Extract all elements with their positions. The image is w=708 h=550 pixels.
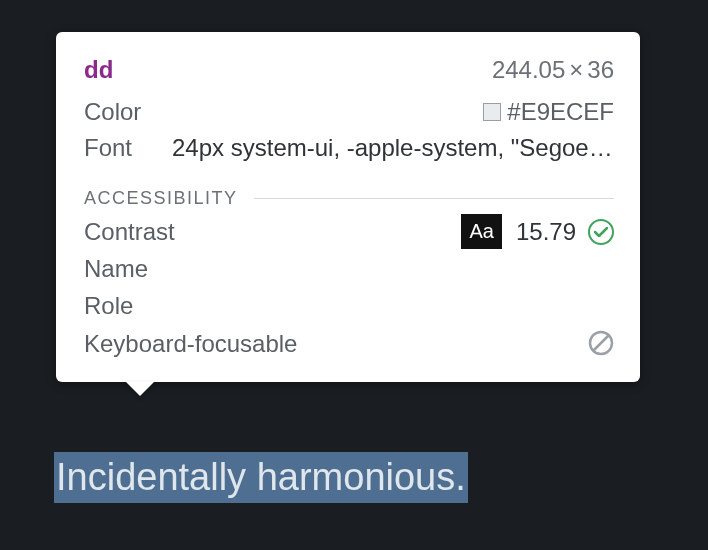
color-value: #E9ECEF <box>483 94 614 130</box>
contrast-label: Contrast <box>84 213 461 250</box>
a11y-name-label: Name <box>84 250 614 287</box>
color-swatch-icon <box>483 103 501 121</box>
element-inspector-tooltip: dd 244.05 × 36 Color #E9ECEF Font 24px s… <box>56 32 640 382</box>
color-hex-value: #E9ECEF <box>507 94 614 130</box>
contrast-sample-chip: Aa <box>461 214 501 249</box>
color-row: Color #E9ECEF <box>84 94 614 130</box>
keyboard-focusable-label: Keyboard-focusable <box>84 325 588 362</box>
keyboard-focusable-row: Keyboard-focusable <box>84 325 614 362</box>
times-glyph: × <box>565 52 587 88</box>
element-dimensions: 244.05 × 36 <box>492 52 614 88</box>
tag-header-row: dd 244.05 × 36 <box>84 52 614 88</box>
tooltip-arrow-icon <box>126 382 154 396</box>
element-width: 244.05 <box>492 52 565 88</box>
check-circle-icon <box>588 219 614 245</box>
element-height: 36 <box>587 52 614 88</box>
font-label: Font <box>84 130 172 166</box>
a11y-name-row: Name <box>84 250 614 287</box>
color-label: Color <box>84 94 172 130</box>
accessibility-section-header: ACCESSIBILITY <box>84 188 614 209</box>
font-value: 24px system-ui, -apple-system, "Segoe… <box>172 130 614 166</box>
divider <box>254 198 614 199</box>
font-row: Font 24px system-ui, -apple-system, "Seg… <box>84 130 614 166</box>
accessibility-heading: ACCESSIBILITY <box>84 188 238 209</box>
svg-line-1 <box>594 336 609 351</box>
not-allowed-icon <box>588 330 614 356</box>
inspected-text-highlight[interactable]: Incidentally harmonious. <box>54 452 468 503</box>
contrast-score: 15.79 <box>516 213 576 250</box>
element-tag-name: dd <box>84 52 113 88</box>
contrast-row: Contrast Aa 15.79 <box>84 213 614 250</box>
a11y-role-row: Role <box>84 287 614 324</box>
a11y-role-label: Role <box>84 287 614 324</box>
